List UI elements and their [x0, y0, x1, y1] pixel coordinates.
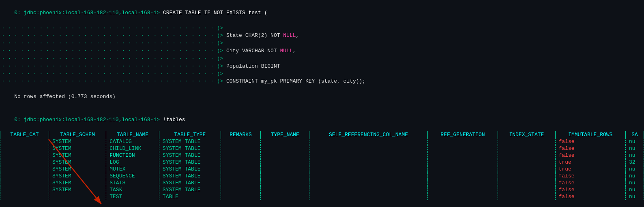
cell-type: SYSTEM TABLE: [159, 179, 221, 186]
col-remarks: REMARKS: [221, 131, 260, 138]
cell-name: FUNCTION: [106, 152, 159, 159]
col-type-name: TYPE_NAME: [261, 131, 309, 138]
cell-remarks: [221, 179, 260, 186]
cell-type: SYSTEM TABLE: [159, 145, 221, 152]
cell-name: LOG: [106, 159, 159, 166]
cell-refgen: [427, 138, 498, 145]
cell-typename: [261, 166, 309, 173]
cell-selfref: [309, 179, 427, 186]
cell-name: TASK: [106, 186, 159, 193]
cell-refgen: [427, 145, 498, 152]
col-table-schem: TABLE_SCHEM: [49, 131, 106, 138]
cell-schem: SYSTEM: [49, 173, 106, 179]
cell-index: [498, 145, 555, 152]
cell-refgen: [427, 152, 498, 159]
cell-selfref: [309, 166, 427, 173]
cell-immutable: false: [555, 173, 626, 179]
cell-index: [498, 152, 555, 159]
cell-sa: nu: [626, 193, 644, 200]
cell-schem: SYSTEM: [49, 159, 106, 166]
cell-schem: SYSTEM: [49, 186, 106, 193]
cell-typename: [261, 138, 309, 145]
cell-schem: SYSTEM: [49, 138, 106, 145]
cell-refgen: [427, 166, 498, 173]
cell-name: SEQUENCE: [106, 173, 159, 179]
cell-typename: [261, 186, 309, 193]
prompt-1: 0: jdbc:phoenix:local-168-182-110,local-…: [14, 10, 160, 16]
dots-line-7: · · · · · · · · · · · · · · · · · · · · …: [0, 70, 644, 78]
cell-index: [498, 173, 555, 179]
prompt-2: 0: jdbc:phoenix:local-168-182-110,local-…: [14, 117, 160, 123]
cell-type: SYSTEM TABLE: [159, 152, 221, 159]
dots-line-5: · · · · · · · · · · · · · · · · · · · · …: [0, 55, 644, 63]
cell-typename: [261, 173, 309, 179]
dots-line-8: · · · · · · · · · · · · · · · · · · · · …: [0, 78, 644, 85]
bottom-prompt-line: 0: jdbc:phoenix:local-168-182-110,local-…: [0, 201, 644, 207]
cell-typename: [261, 179, 309, 186]
table-row: TEST TABLE false nu: [0, 193, 644, 200]
cell-sa: nu: [626, 152, 644, 159]
status-text: No rows affected (0.773 seconds): [14, 94, 116, 100]
command-line-2: 0: jdbc:phoenix:local-168-182-110,local-…: [0, 109, 644, 132]
cell-selfref: [309, 193, 427, 200]
cell-remarks: [221, 173, 260, 179]
cell-sa: nu: [626, 138, 644, 145]
cell-name: STATS: [106, 179, 159, 186]
col-table-cat: TABLE_CAT: [0, 131, 49, 138]
cell-typename: [261, 193, 309, 200]
table-row: SYSTEM CATALOG SYSTEM TABLE false nu: [0, 138, 644, 145]
table-row: SYSTEM SEQUENCE SYSTEM TABLE false nu: [0, 173, 644, 179]
cell-cat: [0, 179, 49, 186]
cell-sa: nu: [626, 166, 644, 173]
dots-line-2: · · · · · · · · · · · · · · · · · · · · …: [0, 32, 644, 40]
dots-line-3: · · · · · · · · · · · · · · · · · · · · …: [0, 40, 644, 47]
cell-immutable: false: [555, 179, 626, 186]
cell-sa: nu: [626, 173, 644, 179]
cell-sa: nu: [626, 179, 644, 186]
table-row: SYSTEM LOG SYSTEM TABLE true 32: [0, 159, 644, 166]
cell-type: SYSTEM TABLE: [159, 186, 221, 193]
cell-refgen: [427, 186, 498, 193]
col-self-ref: SELF_REFERENCING_COL_NAME: [309, 131, 427, 138]
col-ref-gen: REF_GENERATION: [427, 131, 498, 138]
cell-index: [498, 138, 555, 145]
cell-remarks: [221, 193, 260, 200]
cell-selfref: [309, 159, 427, 166]
col-table-name: TABLE_NAME: [106, 131, 159, 138]
cell-typename: [261, 159, 309, 166]
cell-index: [498, 186, 555, 193]
cell-type: SYSTEM TABLE: [159, 173, 221, 179]
col-immutable-rows: IMMUTABLE_ROWS: [555, 131, 626, 138]
cell-schem: SYSTEM: [49, 166, 106, 173]
cell-index: [498, 179, 555, 186]
command-line-1: 0: jdbc:phoenix:local-168-182-110,local-…: [0, 2, 644, 25]
results-table: TABLE_CAT TABLE_SCHEM TABLE_NAME TABLE_T…: [0, 131, 644, 200]
table-row: SYSTEM TASK SYSTEM TABLE false nu: [0, 186, 644, 193]
cell-remarks: [221, 138, 260, 145]
cell-cat: [0, 193, 49, 200]
col-table-type: TABLE_TYPE: [159, 131, 221, 138]
cell-schem: [49, 193, 106, 200]
cell-immutable: false: [555, 186, 626, 193]
cell-typename: [261, 152, 309, 159]
cell-type: TABLE: [159, 193, 221, 200]
cell-refgen: [427, 173, 498, 179]
cell-sa: nu: [626, 186, 644, 193]
cell-selfref: [309, 173, 427, 179]
cell-cat: [0, 159, 49, 166]
cell-schem: SYSTEM: [49, 179, 106, 186]
cell-name: CATALOG: [106, 138, 159, 145]
table-row: SYSTEM STATS SYSTEM TABLE false nu: [0, 179, 644, 186]
cell-immutable: false: [555, 193, 626, 200]
terminal: 0: jdbc:phoenix:local-168-182-110,local-…: [0, 0, 644, 207]
cell-schem: SYSTEM: [49, 152, 106, 159]
cell-index: [498, 193, 555, 200]
cell-cat: [0, 145, 49, 152]
cell-name: TEST: [106, 193, 159, 200]
cell-refgen: [427, 179, 498, 186]
table-row: SYSTEM CHILD_LINK SYSTEM TABLE false nu: [0, 145, 644, 152]
cell-refgen: [427, 159, 498, 166]
cell-refgen: [427, 193, 498, 200]
cell-remarks: [221, 152, 260, 159]
cell-type: SYSTEM TABLE: [159, 159, 221, 166]
